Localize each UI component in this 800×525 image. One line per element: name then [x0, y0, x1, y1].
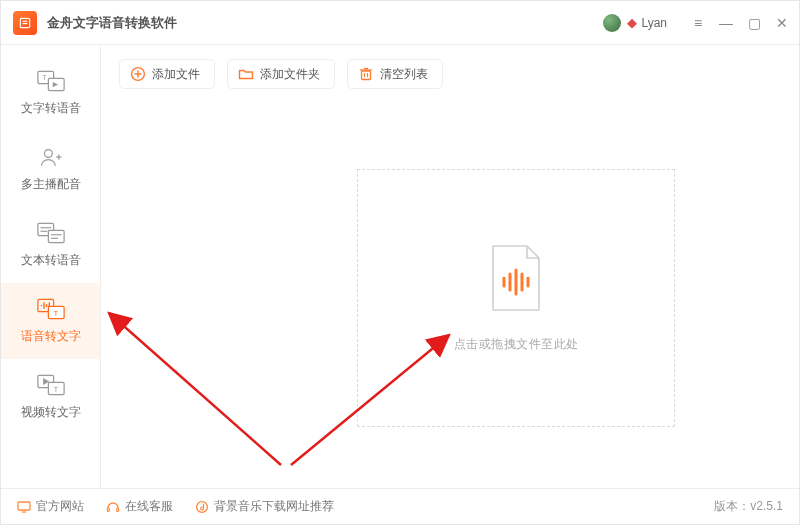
sidebar-item-video-to-text[interactable]: T 视频转文字: [1, 359, 100, 435]
online-service-link[interactable]: 在线客服: [106, 498, 173, 515]
svg-rect-42: [18, 502, 30, 510]
svg-rect-13: [48, 230, 64, 242]
user-name[interactable]: Lyan: [641, 16, 667, 30]
sidebar-item-label: 多主播配音: [21, 176, 81, 193]
clear-list-button[interactable]: 清空列表: [347, 59, 443, 89]
menu-button[interactable]: ≡: [691, 15, 705, 31]
footer-link-label: 在线客服: [125, 498, 173, 515]
app-window: 金舟文字语音转换软件 ◆ Lyan ≡ — ▢ ✕ T 文字转语音: [0, 0, 800, 525]
user-avatar-icon[interactable]: [603, 14, 621, 32]
sidebar-item-label: 文字转语音: [21, 100, 81, 117]
main-panel: 添加文件 添加文件夹 清空列表: [101, 45, 799, 488]
doc-tts-icon: [37, 222, 65, 244]
official-site-link[interactable]: 官方网站: [17, 498, 84, 515]
audio-file-icon: [487, 244, 545, 318]
body: T 文字转语音 多主播配音 文本转语音 T 语音转文字: [1, 45, 799, 488]
add-file-button[interactable]: 添加文件: [119, 59, 215, 89]
sidebar-item-multi-host[interactable]: 多主播配音: [1, 131, 100, 207]
svg-rect-44: [107, 508, 109, 512]
button-label: 添加文件: [152, 66, 200, 83]
svg-point-7: [44, 149, 52, 157]
footer-link-label: 官方网站: [36, 498, 84, 515]
app-logo-icon: [13, 11, 37, 35]
footer: 官方网站 在线客服 背景音乐下载网址推荐 版本：v2.5.1: [1, 488, 799, 524]
svg-rect-30: [362, 71, 371, 80]
maximize-button[interactable]: ▢: [747, 15, 761, 31]
folder-icon: [238, 66, 254, 82]
drop-zone[interactable]: 点击或拖拽文件至此处: [357, 169, 675, 427]
sidebar-item-doc-to-speech[interactable]: 文本转语音: [1, 207, 100, 283]
window-controls: ≡ — ▢ ✕: [691, 15, 789, 31]
vip-gem-icon: ◆: [627, 15, 637, 30]
minimize-button[interactable]: —: [719, 15, 733, 31]
svg-rect-45: [117, 508, 119, 512]
add-folder-button[interactable]: 添加文件夹: [227, 59, 335, 89]
footer-link-label: 背景音乐下载网址推荐: [214, 498, 334, 515]
sidebar-item-speech-to-text[interactable]: T 语音转文字: [1, 283, 100, 359]
button-label: 添加文件夹: [260, 66, 320, 83]
plus-circle-icon: [130, 66, 146, 82]
titlebar: 金舟文字语音转换软件 ◆ Lyan ≡ — ▢ ✕: [1, 1, 799, 45]
button-label: 清空列表: [380, 66, 428, 83]
svg-text:T: T: [42, 74, 47, 81]
monitor-icon: [17, 500, 31, 514]
svg-text:T: T: [53, 310, 58, 317]
drop-hint-text: 点击或拖拽文件至此处: [454, 336, 579, 353]
app-title: 金舟文字语音转换软件: [47, 14, 177, 32]
headset-icon: [106, 500, 120, 514]
svg-text:T: T: [53, 386, 58, 393]
sidebar-item-label: 语音转文字: [21, 328, 81, 345]
version-text: 版本：v2.5.1: [714, 498, 783, 515]
sidebar-item-text-to-speech[interactable]: T 文字转语音: [1, 55, 100, 131]
multi-host-icon: [37, 146, 65, 168]
tts-icon: T: [37, 70, 65, 92]
svg-line-40: [109, 313, 281, 465]
music-icon: [195, 500, 209, 514]
close-button[interactable]: ✕: [775, 15, 789, 31]
video-to-text-icon: T: [37, 374, 65, 396]
sidebar-item-label: 文本转语音: [21, 252, 81, 269]
trash-icon: [358, 66, 374, 82]
bgm-recommend-link[interactable]: 背景音乐下载网址推荐: [195, 498, 334, 515]
sidebar-item-label: 视频转文字: [21, 404, 81, 421]
toolbar: 添加文件 添加文件夹 清空列表: [119, 59, 779, 89]
stt-icon: T: [37, 298, 65, 320]
sidebar: T 文字转语音 多主播配音 文本转语音 T 语音转文字: [1, 45, 101, 488]
